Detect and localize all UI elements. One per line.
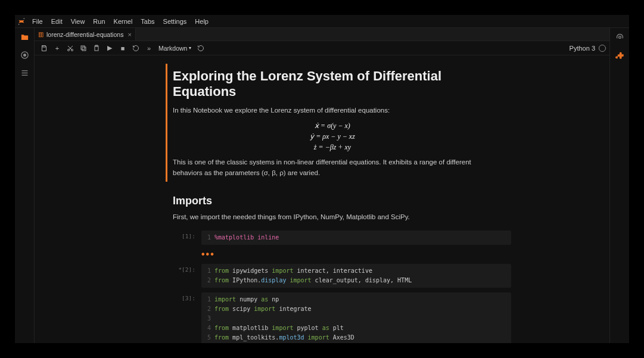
- imports-heading: Imports: [173, 195, 492, 207]
- markdown-cell[interactable]: Exploring the Lorenz System of Different…: [35, 63, 609, 183]
- render-button[interactable]: [195, 42, 207, 54]
- tab-strip: ▥ lorenz-differential-equations ×: [35, 28, 609, 41]
- menu-edit[interactable]: Edit: [47, 15, 67, 27]
- restart-button[interactable]: [130, 42, 142, 54]
- svg-point-0: [24, 18, 25, 19]
- code-cell[interactable]: [3]: 1234567 import numpy as np from sci…: [160, 291, 609, 343]
- menu-help[interactable]: Help: [191, 15, 213, 27]
- toc-icon[interactable]: [19, 67, 30, 78]
- equation-2: ẏ = ρx − y − xz: [173, 131, 492, 142]
- code-content[interactable]: %matplotlib inline: [214, 233, 511, 242]
- svg-rect-11: [81, 46, 85, 49]
- markdown-cell[interactable]: Imports First, we import the needed thin…: [35, 185, 609, 227]
- close-icon[interactable]: ×: [127, 31, 131, 38]
- output-collapsed-icon[interactable]: •••: [201, 248, 609, 263]
- menu-run[interactable]: Run: [89, 15, 109, 27]
- jupyter-logo-icon[interactable]: [15, 15, 28, 28]
- menu-file[interactable]: File: [28, 15, 47, 27]
- prompt: [1]:: [166, 231, 201, 245]
- svg-point-1: [18, 23, 20, 24]
- equation-3: ż = −βz + xy: [173, 142, 492, 152]
- svg-rect-7: [43, 45, 45, 47]
- menu-kernel[interactable]: Kernel: [110, 15, 137, 27]
- left-sidebar: [15, 28, 35, 343]
- svg-rect-10: [82, 47, 86, 51]
- save-button[interactable]: [38, 42, 50, 54]
- paste-button[interactable]: [91, 42, 102, 54]
- prompt: *[2]:: [166, 264, 201, 288]
- add-cell-button[interactable]: +: [51, 42, 63, 54]
- equation-block: ẋ = σ(y − x) ẏ = ρx − y − xz ż = −βz + x…: [173, 120, 492, 152]
- menu-settings[interactable]: Settings: [159, 15, 191, 27]
- imports-text: First, we import the needed things from …: [173, 212, 492, 222]
- extension-icon[interactable]: [614, 49, 625, 60]
- code-cell[interactable]: [1]: 1 %matplotlib inline: [160, 229, 609, 246]
- equation-1: ẋ = σ(y − x): [173, 120, 492, 131]
- kernel-name[interactable]: Python 3: [570, 45, 598, 52]
- right-sidebar: [609, 28, 629, 343]
- line-gutter: 12: [201, 266, 214, 285]
- menubar: File Edit View Run Kernel Tabs Settings …: [15, 15, 629, 28]
- line-gutter: 1: [201, 233, 214, 242]
- notebook-toolbar: + ▶ ■ » Markdown ▾: [35, 41, 609, 55]
- tab-title: lorenz-differential-equations: [46, 31, 123, 38]
- cell-type-label: Markdown: [158, 45, 187, 52]
- notebook-icon: ▥: [38, 31, 43, 38]
- notebook: Exploring the Lorenz System of Different…: [35, 55, 609, 343]
- svg-point-14: [618, 36, 621, 38]
- stop-button[interactable]: ■: [117, 42, 129, 54]
- line-gutter: 1234567: [201, 295, 214, 343]
- folder-icon[interactable]: [19, 32, 30, 42]
- page-title: Exploring the Lorenz System of Different…: [173, 69, 492, 99]
- property-inspector-icon[interactable]: [614, 32, 625, 42]
- chevron-down-icon: ▾: [189, 45, 191, 51]
- prompt: [3]:: [166, 292, 201, 343]
- cell-type-selector[interactable]: Markdown ▾: [156, 45, 194, 52]
- classic-text: This is one of the classic systems in no…: [173, 157, 492, 178]
- body-row: ▥ lorenz-differential-equations × +: [15, 28, 629, 343]
- notebook-viewport[interactable]: Exploring the Lorenz System of Different…: [35, 55, 609, 343]
- menu-view[interactable]: View: [67, 15, 89, 27]
- code-content[interactable]: import numpy as np from scipy import int…: [214, 295, 511, 343]
- tab-notebook[interactable]: ▥ lorenz-differential-equations ×: [35, 28, 136, 41]
- code-cell[interactable]: *[2]: 12 from ipywidgets import interact…: [160, 263, 609, 289]
- running-icon[interactable]: [19, 49, 30, 60]
- intro-text: In this Notebook we explore the Lorenz s…: [173, 105, 492, 116]
- menu-tabs[interactable]: Tabs: [136, 15, 158, 27]
- copy-button[interactable]: [77, 42, 89, 54]
- cut-button[interactable]: [64, 42, 76, 54]
- run-button[interactable]: ▶: [104, 42, 116, 54]
- run-all-button[interactable]: »: [143, 42, 155, 54]
- code-content[interactable]: from ipywidgets import interact, interac…: [214, 266, 511, 285]
- svg-point-3: [23, 54, 26, 56]
- kernel-status-icon[interactable]: [599, 45, 606, 52]
- app-frame: File Edit View Run Kernel Tabs Settings …: [15, 15, 629, 343]
- main-area: ▥ lorenz-differential-equations × +: [35, 28, 609, 343]
